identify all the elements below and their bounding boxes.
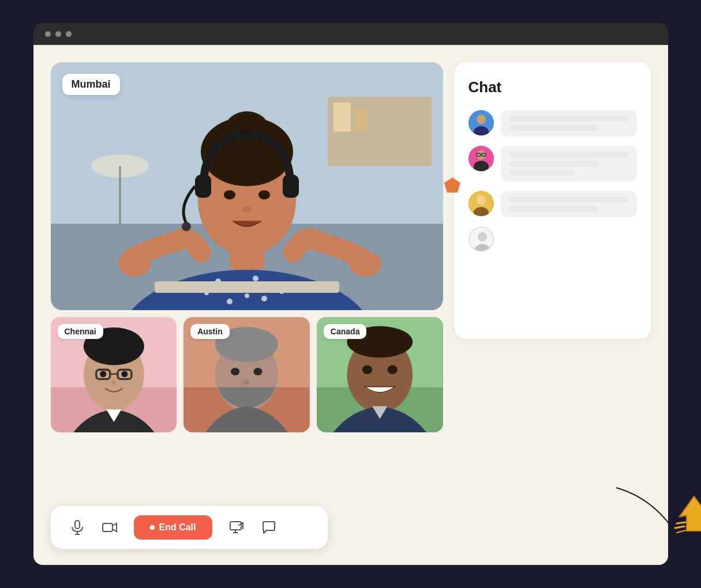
msg-line: [509, 170, 575, 176]
msg-line: [509, 116, 629, 122]
controls-bar: End Call: [51, 506, 328, 549]
msg-line: [509, 197, 629, 202]
browser-title-bar: [33, 23, 668, 45]
chat-button[interactable]: [261, 519, 277, 536]
end-call-indicator: [150, 525, 155, 530]
svg-rect-74: [75, 521, 80, 529]
message-bubble-2: [501, 146, 637, 182]
thumbnail-chennai: Chennai: [51, 317, 177, 432]
msg-line: [509, 152, 629, 157]
chat-message-2: [468, 146, 637, 182]
avatar-4-img: [470, 228, 494, 252]
chat-panel: Chat: [455, 62, 651, 339]
svg-rect-78: [230, 522, 241, 530]
chat-icon: [262, 521, 276, 534]
thumbnail-canada: Canada: [317, 317, 443, 432]
avatar-1: [468, 110, 494, 135]
avatar-2: [468, 146, 494, 171]
svg-rect-4: [354, 108, 368, 131]
browser-dot-2: [55, 31, 61, 37]
avatar-3-img: [468, 191, 494, 216]
browser-dot-3: [66, 31, 72, 37]
main-video-bg: [51, 62, 443, 310]
svg-point-14: [245, 293, 249, 298]
main-video-panel: Mumbai: [51, 62, 443, 310]
svg-rect-27: [283, 175, 299, 198]
svg-point-24: [118, 251, 151, 277]
svg-point-39: [100, 371, 106, 377]
canada-location-text: Canada: [331, 327, 360, 336]
screen-share-button[interactable]: [228, 519, 245, 536]
avatar-3: [468, 191, 494, 216]
svg-rect-3: [333, 103, 351, 131]
video-area: Mumbai: [51, 62, 443, 548]
main-location-badge: Mumbai: [62, 74, 120, 95]
chat-message-1: [468, 110, 637, 137]
svg-point-13: [227, 299, 233, 304]
svg-point-61: [477, 115, 486, 124]
browser-dot-1: [45, 31, 51, 37]
chennai-location-text: Chennai: [65, 327, 96, 336]
camera-button[interactable]: [102, 519, 118, 536]
thumbnails-row: Chennai: [51, 317, 443, 432]
svg-point-48: [231, 368, 239, 375]
svg-point-64: [477, 150, 486, 160]
chat-message-3: [468, 191, 637, 217]
chat-message-4: [468, 227, 637, 252]
avatar-2-img: [468, 146, 494, 171]
austin-location-badge: Austin: [190, 324, 230, 339]
chennai-location-badge: Chennai: [58, 324, 103, 339]
svg-point-25: [349, 251, 381, 277]
svg-rect-77: [103, 523, 113, 532]
svg-point-41: [111, 380, 116, 385]
austin-location-text: Austin: [197, 327, 223, 336]
avatar-1-img: [468, 110, 494, 135]
svg-point-50: [243, 380, 250, 385]
svg-point-15: [261, 296, 267, 301]
svg-point-69: [477, 195, 486, 205]
curved-line-svg: [610, 482, 691, 551]
screen-share-icon: [230, 521, 243, 534]
camera-icon: [102, 522, 117, 533]
svg-point-10: [253, 276, 258, 281]
svg-point-49: [254, 368, 263, 375]
svg-point-57: [362, 365, 372, 374]
microphone-icon: [71, 520, 84, 535]
main-location-text: Mumbai: [72, 78, 111, 90]
avatar-4: [468, 227, 494, 252]
message-bubble-1: [501, 110, 637, 137]
chat-title: Chat: [468, 78, 637, 96]
msg-line: [509, 161, 599, 167]
browser-content: Mumbai: [33, 45, 668, 565]
svg-rect-26: [195, 175, 211, 198]
message-bubble-3: [501, 191, 637, 217]
svg-marker-59: [444, 178, 460, 193]
svg-point-23: [242, 206, 252, 212]
svg-point-22: [258, 190, 270, 199]
end-call-button[interactable]: End Call: [134, 515, 212, 540]
svg-point-58: [387, 365, 397, 374]
mute-button[interactable]: [69, 519, 85, 536]
svg-point-40: [121, 371, 128, 377]
browser-window: Mumbai: [33, 23, 668, 565]
main-video-scene: [51, 62, 443, 310]
svg-point-72: [478, 232, 487, 242]
thumbnail-austin: Austin: [183, 317, 310, 432]
svg-rect-29: [155, 281, 339, 293]
curved-line-decoration: [610, 482, 691, 553]
canada-location-badge: Canada: [324, 324, 367, 339]
svg-point-28: [182, 222, 191, 231]
end-call-label: End Call: [159, 522, 196, 533]
svg-point-21: [224, 190, 235, 199]
pentagon-pointer: [443, 176, 462, 195]
msg-line: [509, 206, 599, 212]
msg-line: [509, 125, 599, 131]
